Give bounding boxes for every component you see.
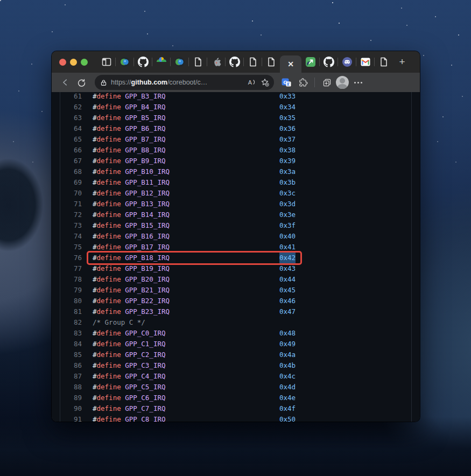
- macro-value: 0x4a: [279, 349, 296, 360]
- line-number[interactable]: 86: [52, 360, 82, 371]
- macro-value: 0x4b: [279, 360, 296, 371]
- macro-value: 0x47: [279, 306, 296, 317]
- minimize-window-button[interactable]: [70, 59, 77, 66]
- pinned-tab-document[interactable]: [189, 51, 207, 73]
- pinned-tab-github[interactable]: [320, 51, 338, 73]
- line-number[interactable]: 61: [52, 92, 82, 102]
- line-number[interactable]: 82: [52, 317, 82, 328]
- line-number[interactable]: 65: [52, 134, 82, 145]
- settings-menu-button[interactable]: [351, 75, 365, 89]
- line-number[interactable]: 80: [52, 296, 82, 306]
- macro-value: 0x36: [279, 123, 296, 134]
- apple-icon: [211, 57, 222, 67]
- line-number[interactable]: 72: [52, 209, 82, 220]
- document-icon: [193, 57, 203, 67]
- translate-button[interactable]: G: [279, 75, 293, 89]
- line-number[interactable]: 89: [52, 393, 82, 403]
- collections-button[interactable]: [320, 75, 334, 89]
- line-number[interactable]: 73: [52, 220, 82, 231]
- source-text: #define GPP_B10_IRQ: [93, 166, 170, 177]
- macro-value: 0x45: [279, 285, 296, 296]
- pinned-tab-vertical-tabs[interactable]: [97, 51, 115, 73]
- line-number[interactable]: 70: [52, 188, 82, 199]
- url-text[interactable]: https://github.com/coreboot/c…: [111, 79, 243, 86]
- macro-value: 0x44: [279, 274, 296, 285]
- back-button[interactable]: [58, 75, 72, 89]
- line-number[interactable]: 63: [52, 113, 82, 123]
- pinned-tab-github[interactable]: [226, 51, 243, 73]
- line-number[interactable]: 74: [52, 231, 82, 242]
- line-number[interactable]: 91: [52, 414, 82, 422]
- source-text: #define GPP_C4_IRQ: [93, 371, 165, 382]
- line-number[interactable]: 66: [52, 145, 82, 156]
- read-aloud-icon[interactable]: A: [247, 78, 256, 87]
- line-number[interactable]: 69: [52, 177, 82, 188]
- line-number[interactable]: 77: [52, 263, 82, 274]
- pinned-tab-photos-pinwheel[interactable]: [152, 51, 170, 73]
- macro-value: 0x41: [279, 242, 296, 253]
- source-text: #define GPP_B15_IRQ: [93, 220, 170, 231]
- source-text: #define GPP_C5_IRQ: [93, 382, 165, 393]
- pinned-tab-document[interactable]: [375, 51, 392, 73]
- code-line: 670x39#define GPP_B9_IRQ: [52, 156, 420, 166]
- line-number[interactable]: 67: [52, 156, 82, 166]
- macro-value: 0x4d: [279, 382, 296, 393]
- pinned-tab-gear-globe[interactable]: [116, 51, 133, 73]
- code-line: 900x4f#define GPP_C7_IRQ: [52, 403, 420, 414]
- github-icon: [324, 57, 334, 67]
- line-number[interactable]: 62: [52, 102, 82, 113]
- pinned-tab-document[interactable]: [244, 51, 262, 73]
- line-number[interactable]: 90: [52, 403, 82, 414]
- pinned-tab-gear-globe[interactable]: [171, 51, 188, 73]
- github-icon: [229, 57, 240, 67]
- code-line: 880x4d#define GPP_C5_IRQ: [52, 382, 420, 393]
- source-text: #define GPP_B17_IRQ: [93, 242, 170, 253]
- code-line: 690x3b#define GPP_B11_IRQ: [52, 177, 420, 188]
- new-tab-button[interactable]: +: [392, 51, 412, 73]
- source-text: #define GPP_B8_IRQ: [93, 145, 165, 156]
- pinned-tab-apple[interactable]: [207, 51, 225, 73]
- source-text: #define GPP_C6_IRQ: [93, 393, 165, 403]
- active-tab[interactable]: ✕: [280, 55, 301, 73]
- line-number[interactable]: 81: [52, 306, 82, 317]
- code-line: 730x3f#define GPP_B15_IRQ: [52, 220, 420, 231]
- code-line: 740x40#define GPP_B16_IRQ: [52, 231, 420, 242]
- line-number[interactable]: 64: [52, 123, 82, 134]
- code-line: 910x50#define GPP_C8_IRQ: [52, 414, 420, 422]
- pinned-tab-green-arrow[interactable]: [301, 51, 319, 73]
- code-line: 750x41#define GPP_B17_IRQ: [52, 242, 420, 253]
- close-tab-icon[interactable]: ✕: [287, 60, 294, 68]
- macro-value: 0x4c: [279, 371, 296, 382]
- pinned-tab-github[interactable]: [134, 51, 152, 73]
- source-text: #define GPP_B12_IRQ: [93, 188, 170, 199]
- line-number[interactable]: 87: [52, 371, 82, 382]
- lock-icon: [100, 79, 107, 86]
- line-number[interactable]: 83: [52, 328, 82, 339]
- address-bar[interactable]: https://github.com/coreboot/c… A: [95, 75, 274, 90]
- line-number[interactable]: 76: [52, 253, 82, 263]
- code-line: 650x37#define GPP_B7_IRQ: [52, 134, 420, 145]
- pinned-tab-gmail[interactable]: [356, 51, 374, 73]
- line-number[interactable]: 85: [52, 349, 82, 360]
- macro-value: 0x35: [279, 113, 296, 123]
- line-number[interactable]: 79: [52, 285, 82, 296]
- line-number[interactable]: 68: [52, 166, 82, 177]
- macro-value: 0x43: [279, 263, 296, 274]
- document-icon: [266, 57, 277, 67]
- code-viewer: 610x33#define GPP_B3_IRQ620x34#define GP…: [52, 92, 420, 422]
- line-number[interactable]: 78: [52, 274, 82, 285]
- line-number[interactable]: 84: [52, 339, 82, 349]
- gear-globe-icon: [119, 57, 130, 67]
- line-number[interactable]: 75: [52, 242, 82, 253]
- extensions-icon[interactable]: [296, 75, 310, 89]
- add-favorite-icon[interactable]: [260, 78, 270, 87]
- macro-value: 0x3f: [279, 220, 296, 231]
- close-window-button[interactable]: [59, 59, 66, 66]
- pinned-tab-document[interactable]: [262, 51, 280, 73]
- profile-avatar[interactable]: [336, 76, 349, 89]
- pinned-tab-discord[interactable]: [338, 51, 356, 73]
- refresh-button[interactable]: [74, 75, 88, 89]
- line-number[interactable]: 88: [52, 382, 82, 393]
- line-number[interactable]: 71: [52, 199, 82, 209]
- zoom-window-button[interactable]: [81, 59, 88, 66]
